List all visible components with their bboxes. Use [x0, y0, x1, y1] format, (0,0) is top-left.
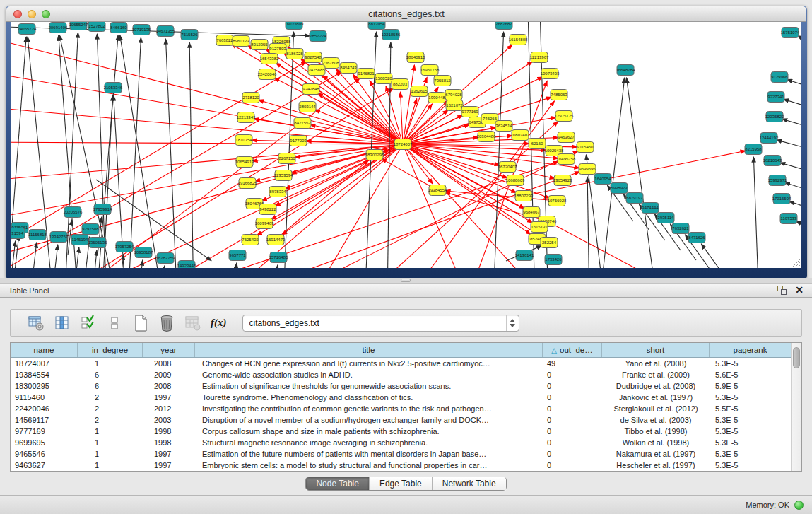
network-node[interactable]: 7955812 [434, 76, 451, 86]
network-node[interactable]: 9827548 [305, 52, 322, 63]
resize-grip-icon[interactable] [791, 257, 801, 267]
network-node[interactable]: 10958187 [134, 247, 153, 258]
network-node[interactable]: 19166825 [238, 178, 257, 189]
column-header-pagerank[interactable]: pagerank [710, 343, 791, 357]
network-node[interactable]: 9115460 [577, 142, 594, 153]
network-node[interactable]: 18724007 [394, 139, 413, 150]
column-header-name[interactable]: name [11, 343, 78, 357]
table-row[interactable]: 2242004622012Investigating the contribut… [11, 403, 791, 414]
network-node[interactable]: 9146821 [358, 69, 375, 79]
network-node[interactable]: 14671355 [156, 26, 175, 37]
table-row[interactable]: 977716911998Corpus callosum shape and si… [11, 426, 791, 437]
network-node[interactable]: 2935114 [657, 213, 674, 223]
network-node[interactable]: 7625402 [242, 235, 259, 245]
network-node[interactable]: 15992971 [768, 175, 787, 186]
network-node[interactable]: 1621072 [446, 100, 463, 111]
table-row[interactable]: 969969511998Structural magnetic resonanc… [11, 437, 791, 448]
network-node[interactable]: 22420046 [258, 69, 277, 80]
network-node[interactable]: 9777169 [461, 107, 478, 117]
network-node[interactable]: 16914479 [266, 235, 286, 245]
network-node[interactable]: 7857224 [310, 31, 326, 42]
network-node[interactable]: 6794028 [445, 90, 462, 100]
network-node[interactable]: 10756928 [548, 196, 567, 206]
tab-node-table[interactable]: Node Table [306, 477, 370, 490]
network-node[interactable]: 3624514 [495, 121, 512, 132]
network-node[interactable]: 24055724 [18, 24, 37, 35]
network-node[interactable]: 16210643 [763, 156, 782, 166]
network-node[interactable]: 16782759 [156, 253, 175, 264]
table-row[interactable]: 1456911722003Disruption of a novel membe… [11, 414, 791, 426]
network-node[interactable]: 8186328 [286, 49, 303, 59]
network-node[interactable]: 14136141 [515, 250, 534, 261]
new-document-icon[interactable] [132, 315, 149, 332]
network-node[interactable]: 2803144 [299, 102, 316, 112]
splitter-handle-icon[interactable] [401, 279, 411, 282]
network-node[interactable]: 10719135 [132, 25, 151, 35]
network-node[interactable]: 18807293 [514, 191, 534, 201]
table-selector-combobox[interactable]: citations_edges.txt [242, 315, 519, 332]
network-node[interactable]: 8466160 [110, 23, 127, 33]
network-node[interactable]: 1640954 [594, 174, 611, 185]
table-vertical-scrollbar[interactable] [791, 343, 801, 471]
network-node[interactable]: 17016504 [772, 194, 792, 204]
network-node[interactable]: 62160 [529, 139, 546, 149]
network-node[interactable]: 8471626 [688, 233, 705, 243]
network-node[interactable]: 12035822 [765, 112, 784, 122]
network-node[interactable]: 12353594 [274, 170, 293, 181]
network-node[interactable]: 20364486 [477, 132, 496, 142]
network-node[interactable]: 10654913 [235, 157, 254, 168]
network-node[interactable]: 16033809 [285, 22, 304, 30]
float-panel-icon[interactable] [777, 286, 787, 295]
network-node[interactable]: 13342757 [49, 232, 69, 243]
network-node[interactable]: 15716485 [269, 252, 288, 263]
network-node[interactable]: 7632621 [672, 223, 689, 234]
network-node[interactable]: 14923445 [177, 261, 196, 269]
function-builder-icon[interactable]: f(x) [211, 317, 227, 329]
table-row[interactable]: 911546021997Tourette syndrome. Phenomeno… [11, 392, 791, 403]
network-node[interactable]: 9498222 [259, 204, 276, 215]
window-titlebar[interactable]: citations_edges.txt [6, 6, 806, 22]
network-view[interactable]: 2405572420691406106552471527802846616010… [11, 22, 801, 268]
memory-ok-indicator-icon[interactable] [794, 501, 804, 510]
network-node[interactable]: 9227341 [767, 92, 784, 103]
network-node[interactable]: 16154808 [509, 35, 528, 45]
network-node[interactable]: 7485063 [551, 90, 567, 100]
network-node[interactable]: 8454743 [340, 63, 357, 74]
network-node[interactable]: 12213343 [237, 112, 256, 123]
network-node[interactable]: 7663822 [216, 35, 233, 46]
network-node[interactable]: 11156818 [28, 230, 47, 240]
network-node[interactable]: 8427552 [294, 118, 311, 129]
network-node[interactable]: 12444192 [760, 133, 779, 144]
delete-trash-icon[interactable] [158, 315, 175, 332]
network-node[interactable]: 9684067 [523, 207, 540, 218]
network-node[interactable]: 21053346 [104, 83, 123, 93]
network-node[interactable]: 10807487 [511, 130, 530, 141]
network-node[interactable]: 13505135 [88, 238, 107, 248]
network-node[interactable]: 9129966 [771, 72, 788, 83]
table-row[interactable]: 1830029562008Estimation of significance … [11, 380, 791, 392]
network-node[interactable]: 1810754 [235, 135, 252, 146]
table-row[interactable]: 946554611997Estimation of the future num… [11, 448, 791, 460]
network-node[interactable]: 16648784 [616, 65, 635, 76]
network-node[interactable]: 8912955 [251, 40, 268, 50]
network-node[interactable]: 7515526 [181, 30, 198, 40]
network-node[interactable]: 10655247 [69, 22, 88, 30]
network-node[interactable]: 8215958 [745, 144, 762, 155]
network-node[interactable]: 17957254 [115, 242, 134, 252]
scrollbar-thumb[interactable] [793, 347, 800, 368]
column-header-indegree[interactable]: in_degree [78, 343, 143, 357]
network-node[interactable]: 9242848 [302, 84, 319, 95]
network-node[interactable]: 13654923 [553, 175, 572, 186]
network-node[interactable]: 12975125 [555, 111, 574, 122]
network-node[interactable]: 9463627 [558, 132, 575, 143]
select-rows-check-icon[interactable] [80, 315, 97, 332]
network-node[interactable]: 2687682 [495, 22, 512, 30]
network-node[interactable]: 9177003 [290, 136, 307, 146]
network-node[interactable]: 19384554 [428, 185, 447, 196]
network-node[interactable]: 18300295 [365, 150, 384, 160]
show-columns-icon[interactable] [54, 315, 71, 332]
network-node[interactable]: 10973493 [541, 69, 560, 79]
network-node[interactable]: 9297588 [82, 224, 99, 235]
network-node[interactable]: 20206576 [64, 207, 83, 218]
network-node[interactable]: 1362615 [411, 86, 428, 97]
